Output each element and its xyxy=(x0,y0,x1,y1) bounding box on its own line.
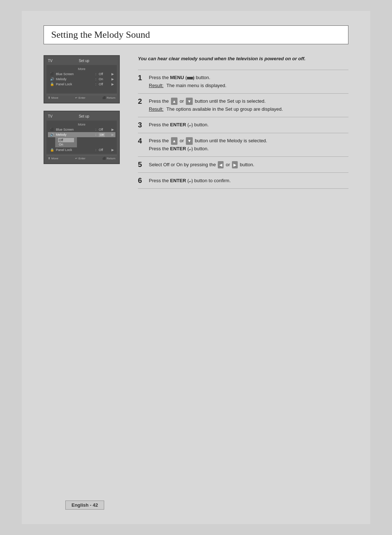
step-num-1: 1 xyxy=(138,70,149,93)
step-num-3: 3 xyxy=(138,117,149,133)
tv-row-melody-2: 🔊 Melody : Off ▶ xyxy=(48,132,115,137)
tv-row-panellock-2: 🔒 Panel Lock : Off ▶ xyxy=(48,147,115,152)
tv-row-bluescreen-1: ⬛ Blue Screen : Off ▶ xyxy=(48,72,115,77)
tv-more-1: More xyxy=(48,66,115,72)
step-content-3: Press the ENTER (↵) button. xyxy=(149,117,348,133)
tv-more-2: More xyxy=(48,122,115,127)
step-row-1: 1 Press the MENU (▦▦▦) button. Result: T… xyxy=(138,70,348,93)
tv-setup-label-2: Set up xyxy=(79,114,89,118)
enter-symbol-6: ↵ xyxy=(189,179,192,183)
up-arrow-btn-2: ▲ xyxy=(171,98,178,105)
tv-screen-1-footer: ⬆ Move ↵ Enter ⬛ Return xyxy=(46,95,117,101)
melody-icon-1: 🔊 xyxy=(49,77,54,81)
menu-symbol: ▦▦▦ xyxy=(187,75,193,80)
panellock-label-2: Panel Lock xyxy=(56,148,93,152)
title-box: Setting the Melody Sound xyxy=(44,25,348,44)
panellock-value-2: Off xyxy=(99,148,110,152)
melody-value-1: On xyxy=(99,77,110,81)
footer-return-2: ⬛ Return xyxy=(102,157,115,160)
result-label-1: Result: xyxy=(149,82,163,90)
result-label-2: Result: xyxy=(149,105,163,113)
page-container: Setting the Melody Sound TV Set up More … xyxy=(22,11,370,524)
result-line-2: Result: The options available in the Set… xyxy=(149,105,348,113)
step-row-4: 4 Press the ▲ or ▼ button until the Melo… xyxy=(138,133,348,156)
left-column: TV Set up More ⬛ Blue Screen : Off ▶ xyxy=(44,55,127,189)
content-area: TV Set up More ⬛ Blue Screen : Off ▶ xyxy=(44,55,348,189)
tv-screen-1: TV Set up More ⬛ Blue Screen : Off ▶ xyxy=(44,55,120,103)
melody-value-2: Off xyxy=(99,133,110,136)
step-content-2: Press the ▲ or ▼ button until the Set up… xyxy=(149,93,348,117)
tv-screen-2-footer: ⬆ Move ↵ Enter ⬛ Return xyxy=(46,155,117,161)
tv-row-melody-1: 🔊 Melody : On ▶ xyxy=(48,77,115,82)
footer-enter-2: ↵ Enter xyxy=(75,157,85,160)
left-arrow-btn-5: ◀ xyxy=(218,161,224,169)
step-num-5: 5 xyxy=(138,157,149,173)
footer-return-1: ⬛ Return xyxy=(102,96,115,99)
blue-screen-value-1: Off xyxy=(99,72,110,76)
blue-screen-label-2: Blue Screen xyxy=(56,128,93,131)
enter-symbol-3: ↵ xyxy=(189,123,192,127)
step-num-4: 4 xyxy=(138,133,149,156)
dropdown-on: On xyxy=(58,142,74,147)
tv-label-2: TV xyxy=(48,114,53,118)
page-title: Setting the Melody Sound xyxy=(51,29,150,40)
enter-symbol-4: ↵ xyxy=(189,147,192,151)
footer-enter-1: ↵ Enter xyxy=(75,96,85,99)
step-row-6: 6 Press the ENTER (↵) button to confirm. xyxy=(138,173,348,189)
blue-screen-value-2: Off xyxy=(99,128,110,131)
panellock-value-1: Off xyxy=(99,82,110,86)
step-row-3: 3 Press the ENTER (↵) button. xyxy=(138,117,348,133)
tv-screen-1-inner: More ⬛ Blue Screen : Off ▶ 🔊 Melody : xyxy=(46,65,117,93)
step-content-4: Press the ▲ or ▼ button until the Melody… xyxy=(149,133,348,156)
right-column: You can hear clear melody sound when the… xyxy=(138,55,348,189)
tv-screen-2: TV Set up More ⬛ Blue Screen : Off ▶ xyxy=(44,111,120,164)
result-text-1: The main menu is displayed. xyxy=(166,82,226,90)
footer-move-2: ⬆ Move xyxy=(48,157,58,160)
step-content-1: Press the MENU (▦▦▦) button. Result: The… xyxy=(149,70,348,93)
steps-table: 1 Press the MENU (▦▦▦) button. Result: T… xyxy=(138,70,348,189)
melody-label-1: Melody xyxy=(56,77,93,81)
step-num-6: 6 xyxy=(138,173,149,189)
panellock-label-1: Panel Lock xyxy=(56,82,93,86)
down-arrow-btn-2: ▼ xyxy=(186,98,193,105)
up-arrow-btn-4: ▲ xyxy=(171,137,178,145)
step-row-5: 5 Select Off or On by pressing the ◀ or … xyxy=(138,157,348,173)
tv-setup-label-1: Set up xyxy=(79,59,89,63)
step-row-2: 2 Press the ▲ or ▼ button until the Set … xyxy=(138,93,348,117)
down-arrow-btn-4: ▼ xyxy=(186,137,193,145)
melody-label-2: Melody xyxy=(56,133,93,136)
footer-move-1: ⬆ Move xyxy=(48,96,58,99)
step-content-6: Press the ENTER (↵) button to confirm. xyxy=(149,173,348,189)
dropdown-off: Off xyxy=(58,138,74,142)
blue-screen-label-1: Blue Screen xyxy=(56,72,93,76)
tv-label-1: TV xyxy=(48,59,53,63)
tv-row-bluescreen-2: ⬛ Blue Screen : Off ▶ xyxy=(48,127,115,132)
result-text-2: The options available in the Set up grou… xyxy=(166,105,283,113)
tv-screen-1-header: TV Set up xyxy=(46,58,117,64)
panellock-icon-1: 🔒 xyxy=(49,82,54,86)
panellock-icon-2: 🔒 xyxy=(49,148,54,152)
intro-text: You can hear clear melody sound when the… xyxy=(138,55,348,62)
tv-screen-2-inner: More ⬛ Blue Screen : Off ▶ 🔊 Melody : xyxy=(46,121,117,154)
blue-screen-icon-1: ⬛ xyxy=(49,72,54,76)
step-num-2: 2 xyxy=(138,93,149,117)
tv-row-panellock-1: 🔒 Panel Lock : Off ▶ xyxy=(48,82,115,87)
result-line-1: Result: The main menu is displayed. xyxy=(149,82,348,90)
page-footer: English - 42 xyxy=(65,501,104,510)
tv-screen-2-header: TV Set up xyxy=(46,114,117,119)
blue-screen-icon-2: ⬛ xyxy=(49,128,54,131)
page-number: English - 42 xyxy=(72,502,98,508)
step-content-5: Select Off or On by pressing the ◀ or ▶ … xyxy=(149,157,348,173)
right-arrow-btn-5: ▶ xyxy=(232,161,238,169)
melody-icon-2: 🔊 xyxy=(49,133,54,136)
melody-dropdown: Off On xyxy=(55,137,77,147)
